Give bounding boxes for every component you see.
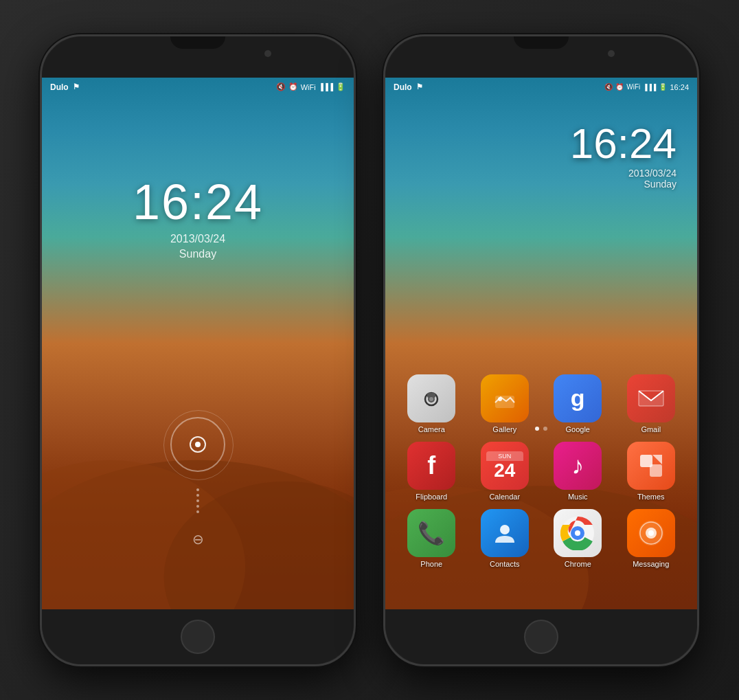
wifi-icon-2: WiFi [626, 83, 640, 91]
wifi-icon-1: WiFi [301, 83, 316, 91]
front-camera-1 [264, 50, 271, 57]
time-display-2: 16:24 [670, 83, 689, 91]
phone-label: Phone [420, 560, 442, 568]
themes-label: Themes [637, 493, 665, 501]
lock-dot-3 [196, 499, 199, 502]
music-icon: ♪ [554, 442, 602, 490]
front-camera-2 [608, 50, 615, 57]
alarm-icon-2: ⏰ [615, 83, 624, 91]
gallery-label: Gallery [492, 425, 516, 433]
lock-dot-1 [196, 488, 199, 491]
app-item-flipboard[interactable]: f Flipboard [399, 442, 464, 501]
gmail-icon [627, 374, 675, 422]
unlock-circle[interactable] [170, 417, 225, 472]
unlock-icon[interactable]: ⊖ [192, 531, 204, 547]
home-day: Sunday [570, 179, 677, 190]
circle-center [195, 442, 201, 447]
app-item-google[interactable]: g Google [545, 374, 611, 433]
notification-icon-1: ⚑ [73, 82, 80, 91]
lock-screen-phone: Dulo ⚑ 🔇 ⏰ WiFi ▐▐▐ 🔋 16:24 2013/03/24 S… [40, 34, 356, 666]
phone-bottom-2 [385, 609, 697, 664]
circle-inner [190, 436, 206, 453]
gmail-label: Gmail [641, 425, 661, 433]
status-right-1: 🔇 ⏰ WiFi ▐▐▐ 🔋 [276, 82, 345, 91]
contacts-label: Contacts [490, 560, 519, 568]
app-item-phone[interactable]: 📞 Phone [399, 509, 464, 568]
notch-2 [514, 36, 569, 49]
app-name-2: Dulo [394, 82, 412, 92]
svg-point-22 [648, 530, 654, 536]
svg-rect-13 [650, 464, 662, 477]
signal-icon-2: ▐▐▐ [643, 84, 656, 91]
app-item-gallery[interactable]: Gallery [473, 374, 538, 433]
google-label: Google [566, 425, 590, 433]
calendar-label: Calendar [489, 493, 520, 501]
svg-point-10 [498, 397, 502, 401]
lock-dot-2 [196, 494, 199, 497]
lock-dot-5 [196, 510, 199, 513]
messaging-label: Messaging [633, 560, 669, 568]
apps-grid: Camera Gallery g Google [385, 374, 697, 568]
svg-point-8 [429, 397, 433, 401]
flipboard-label: Flipboard [416, 493, 447, 501]
contacts-icon [481, 509, 529, 557]
svg-rect-7 [427, 393, 435, 398]
app-item-camera[interactable]: Camera [399, 374, 464, 433]
svg-point-14 [500, 525, 510, 534]
status-bar-1: Dulo ⚑ 🔇 ⏰ WiFi ▐▐▐ 🔋 [42, 78, 354, 97]
home-date: 2013/03/24 [570, 168, 677, 179]
themes-icon [627, 442, 675, 490]
lock-day: Sunday [42, 248, 354, 260]
phone-top-2 [385, 36, 697, 78]
status-bar-2: Dulo ⚑ 🔇 ⏰ WiFi ▐▐▐ 🔋 16:24 [385, 78, 697, 97]
phone-bottom-1 [42, 609, 354, 664]
phone-top-1 [42, 36, 354, 78]
home-screen: Dulo ⚑ 🔇 ⏰ WiFi ▐▐▐ 🔋 16:24 16:24 2013/0… [385, 78, 697, 609]
app-item-gmail[interactable]: Gmail [619, 374, 684, 433]
app-item-music[interactable]: ♪ Music [545, 442, 611, 501]
lock-clock: 16:24 [42, 174, 354, 230]
app-name-1: Dulo [50, 82, 69, 92]
app-item-chrome[interactable]: Chrome [545, 509, 611, 568]
app-item-contacts[interactable]: Contacts [473, 509, 538, 568]
status-left-2: Dulo ⚑ [394, 82, 423, 92]
camera-label: Camera [418, 425, 445, 433]
mute-icon-2: 🔇 [604, 83, 613, 91]
status-left-1: Dulo ⚑ [50, 82, 80, 92]
home-button-1[interactable] [181, 620, 215, 654]
home-screen-phone: Dulo ⚑ 🔇 ⏰ WiFi ▐▐▐ 🔋 16:24 16:24 2013/0… [383, 34, 699, 666]
notch-1 [170, 36, 225, 49]
lock-time-display: 16:24 2013/03/24 Sunday [42, 174, 354, 260]
lock-screen: Dulo ⚑ 🔇 ⏰ WiFi ▐▐▐ 🔋 16:24 2013/03/24 S… [42, 78, 354, 609]
unlock-dots [196, 488, 199, 513]
messaging-icon [627, 509, 675, 557]
lock-dot-4 [196, 505, 199, 508]
app-item-themes[interactable]: Themes [619, 442, 684, 501]
lock-date: 2013/03/24 [42, 233, 354, 245]
signal-icon-1: ▐▐▐ [319, 83, 333, 91]
battery-icon-1: 🔋 [336, 82, 345, 91]
notification-icon-2: ⚑ [416, 82, 423, 91]
svg-rect-9 [495, 396, 514, 408]
google-icon: g [554, 374, 602, 422]
home-clock: 16:24 2013/03/24 Sunday [570, 119, 677, 190]
status-right-2: 🔇 ⏰ WiFi ▐▐▐ 🔋 16:24 [604, 83, 689, 91]
music-label: Music [568, 493, 588, 501]
circle-outer [170, 417, 225, 472]
chrome-icon [554, 509, 602, 557]
home-button-2[interactable] [524, 620, 558, 654]
flipboard-icon: f [407, 442, 455, 490]
alarm-icon-1: ⏰ [288, 82, 298, 91]
gallery-icon [481, 374, 529, 422]
svg-point-18 [575, 530, 580, 536]
home-time: 16:24 [570, 119, 677, 168]
calendar-icon: SUN 24 [481, 442, 529, 490]
camera-icon [407, 374, 455, 422]
mute-icon-1: 🔇 [276, 82, 286, 91]
app-item-messaging[interactable]: Messaging [619, 509, 684, 568]
app-item-calendar[interactable]: SUN 24 Calendar [473, 442, 538, 501]
phone-icon: 📞 [407, 509, 455, 557]
chrome-label: Chrome [565, 560, 591, 568]
battery-icon-2: 🔋 [659, 83, 667, 91]
